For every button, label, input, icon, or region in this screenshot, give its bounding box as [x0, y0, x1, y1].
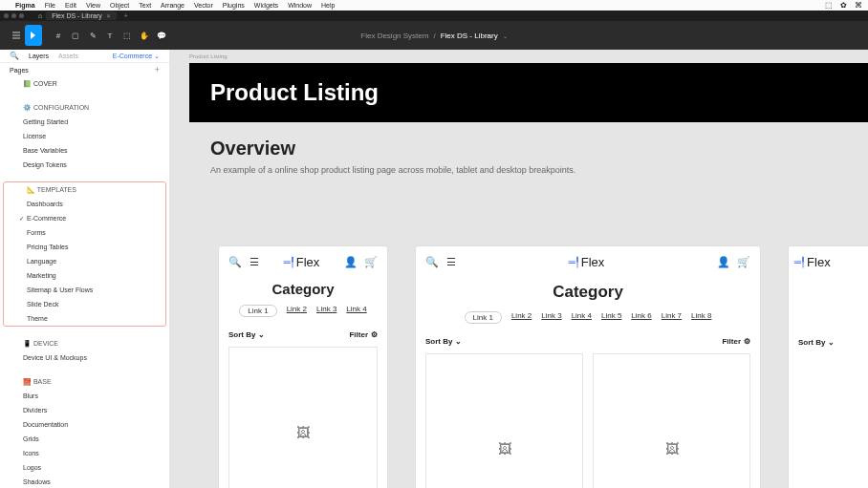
sort-by-dropdown[interactable]: Sort By ⌄ [425, 337, 462, 346]
tab-title: Flex DS - Library [52, 12, 102, 19]
page-item[interactable]: Base Variables [0, 143, 169, 158]
nav-link[interactable]: Link 6 [631, 311, 651, 324]
shape-tool[interactable]: ▢ [67, 25, 84, 46]
user-icon[interactable]: 👤 [344, 256, 358, 268]
product-card[interactable]: 🖼 [425, 353, 583, 488]
filter-icon: ⚙ [371, 330, 378, 339]
page-section[interactable]: 📱 DEVICE [0, 336, 169, 350]
menu-item[interactable]: File [45, 2, 55, 9]
logo: ═╿Flex [569, 255, 605, 269]
traffic-lights[interactable] [4, 13, 24, 18]
canvas[interactable]: Product Listing Product Listing Overview… [170, 50, 868, 488]
close-icon[interactable]: ✕ [106, 12, 111, 19]
page-item[interactable]: Dashboards [4, 197, 165, 211]
page-item[interactable]: Theme [4, 311, 165, 326]
frame-tablet[interactable]: 🔍 ☰ ═╿Flex 👤 🛒 Category Link 1 Link 2 Li… [415, 245, 761, 488]
nav-link[interactable]: Link 1 [465, 311, 502, 324]
menu-icon[interactable]: ☰ [446, 256, 456, 268]
menu-item[interactable]: Arrange [161, 2, 184, 9]
page-item[interactable]: 📗 COVER [0, 76, 169, 91]
nav-link[interactable]: Link 4 [572, 311, 592, 324]
add-page-button[interactable]: + [155, 65, 160, 74]
menu-item[interactable]: Plugins [223, 2, 245, 9]
page-item[interactable]: Icons [0, 446, 169, 460]
page-section[interactable]: 🧱 BASE [0, 374, 169, 389]
page-item-selected[interactable]: ✓E-Commerce [4, 211, 165, 225]
page-section[interactable]: ⚙️ CONFIGURATION [0, 100, 169, 115]
menu-item[interactable]: Window [288, 2, 312, 9]
category-title: Category [416, 277, 760, 311]
page-item[interactable]: Sitemap & User Flows [4, 283, 165, 297]
nav-link[interactable]: Link 3 [541, 311, 561, 324]
page-item[interactable]: Slide Deck [4, 297, 165, 311]
page-item[interactable]: Design Tokens [0, 158, 169, 172]
breadcrumb-parent[interactable]: Flex Design System [360, 32, 428, 40]
page-item[interactable]: Getting Started [0, 115, 169, 129]
nav-link[interactable]: Link 4 [346, 305, 366, 317]
page-section[interactable]: 📐 TEMPLATES [4, 182, 165, 197]
menu-item[interactable]: Figma [15, 2, 35, 9]
sort-by-dropdown[interactable]: Sort By ⌄ [798, 338, 835, 347]
frame-mobile[interactable]: 🔍 ☰ ═╿Flex 👤 🛒 Category Link 1 Link 2 Li… [218, 245, 388, 488]
page-item[interactable]: Language [4, 254, 165, 268]
menu-item[interactable]: Widgets [254, 2, 278, 9]
layers-tab[interactable]: Layers [29, 53, 49, 59]
nav-link[interactable]: Link 2 [287, 305, 307, 317]
page-item[interactable]: Forms [4, 225, 165, 240]
menu-item[interactable]: Text [139, 2, 151, 9]
filter-button[interactable]: Filter ⚙ [722, 337, 750, 346]
nav-link[interactable]: Link 5 [601, 311, 621, 324]
search-icon[interactable]: 🔍 [425, 256, 439, 268]
page-item[interactable]: Logos [0, 460, 169, 475]
menu-item[interactable]: Help [321, 2, 335, 9]
file-tab[interactable]: Flex DS - Library ✕ [46, 11, 117, 20]
assets-tab[interactable]: Assets [58, 53, 78, 59]
page-dropdown[interactable]: E-Commerce ⌄ [113, 53, 160, 60]
new-tab[interactable]: + [120, 12, 132, 19]
nav-link[interactable]: Link 7 [662, 311, 682, 324]
chevron-down-icon[interactable]: ⌄ [503, 32, 508, 39]
page-item[interactable]: Pricing Tables [4, 240, 165, 254]
menu-icon[interactable]: ☰ [250, 256, 259, 268]
frame-tool[interactable]: # [50, 25, 67, 46]
search-icon[interactable]: 🔍 [10, 52, 19, 60]
nav-link[interactable]: Link 2 [511, 311, 532, 324]
resource-tool[interactable]: ⬚ [119, 25, 136, 46]
breadcrumb-current[interactable]: Flex DS - Library [441, 32, 498, 40]
frame-desktop[interactable]: ═╿Flex Sort By ⌄ [788, 245, 868, 488]
page-item[interactable]: Marketing [4, 268, 165, 283]
hand-tool[interactable]: ✋ [136, 25, 153, 46]
nav-link[interactable]: Link 3 [316, 305, 336, 317]
menu-item[interactable]: Object [110, 2, 129, 9]
search-icon[interactable]: 🔍 [228, 256, 242, 268]
page-item[interactable]: Device UI & Mockups [0, 350, 169, 365]
page-item[interactable]: Blurs [0, 389, 169, 403]
menu-icon[interactable] [8, 25, 25, 46]
pen-tool[interactable]: ✎ [84, 25, 101, 46]
page-item[interactable]: Grids [0, 432, 169, 446]
page-item[interactable]: Dividers [0, 403, 169, 417]
text-tool[interactable]: T [101, 25, 119, 46]
menu-item[interactable]: Edit [65, 2, 76, 9]
page-item[interactable]: Documentation [0, 417, 169, 432]
menu-item[interactable]: View [86, 2, 100, 9]
product-card[interactable]: 🖼 [593, 353, 750, 488]
page-item[interactable]: Shadows [0, 475, 169, 488]
sort-by-dropdown[interactable]: Sort By ⌄ [228, 330, 265, 339]
menu-item[interactable]: Vector [194, 2, 213, 9]
user-icon[interactable]: 👤 [717, 256, 730, 268]
mac-menubar: Figma File Edit View Object Text Arrange… [0, 0, 868, 11]
breadcrumb[interactable]: Flex Design System / Flex DS - Library ⌄ [360, 32, 507, 40]
home-icon[interactable]: ⌂ [38, 12, 42, 19]
product-card[interactable]: 🖼 [228, 347, 378, 488]
nav-link[interactable]: Link 8 [691, 311, 711, 324]
cart-icon[interactable]: 🛒 [364, 256, 378, 268]
nav-link[interactable]: Link 1 [239, 305, 276, 317]
page-item[interactable]: License [0, 129, 169, 143]
comment-tool[interactable]: 💬 [153, 25, 170, 46]
overview-desc: An example of a online shop product list… [210, 165, 575, 175]
frame-label[interactable]: Product Listing [189, 53, 228, 59]
cart-icon[interactable]: 🛒 [737, 256, 750, 268]
filter-button[interactable]: Filter ⚙ [349, 330, 378, 339]
move-tool[interactable] [25, 25, 42, 46]
